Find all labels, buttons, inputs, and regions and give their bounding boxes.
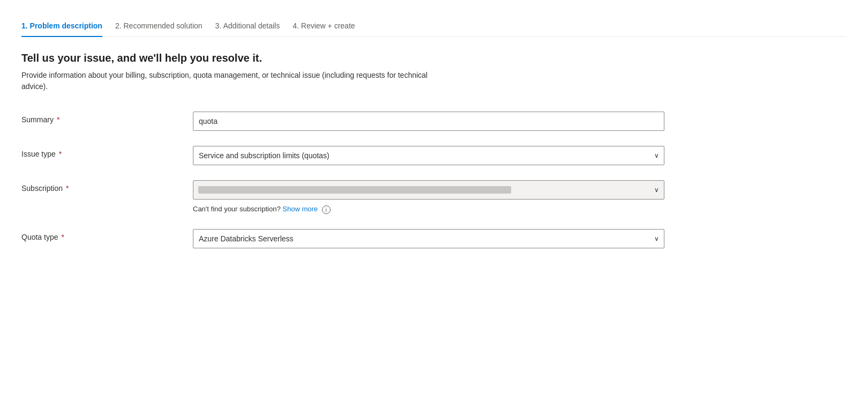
subscription-select-wrapper: ∨ — [193, 180, 664, 200]
summary-input[interactable] — [193, 112, 664, 131]
quota-type-select-wrapper: Azure Databricks Serverless ∨ — [193, 229, 664, 248]
wizard-step-review-create[interactable]: 4. Review + create — [293, 17, 368, 36]
wizard-step-additional-details[interactable]: 3. Additional details — [215, 17, 293, 36]
summary-label: Summary * — [21, 112, 193, 124]
wizard-step-recommended-solution[interactable]: 2. Recommended solution — [115, 17, 215, 36]
summary-row: Summary * — [21, 112, 664, 131]
issue-type-select[interactable]: Service and subscription limits (quotas)… — [193, 146, 664, 165]
wizard-step-problem-description[interactable]: 1. Problem description — [21, 17, 115, 36]
quota-type-row: Quota type * Azure Databricks Serverless… — [21, 229, 664, 248]
wizard-step-label: 3. Additional details — [215, 21, 280, 30]
issue-type-label: Issue type * — [21, 146, 193, 158]
subscription-required-indicator: * — [66, 184, 69, 193]
quota-type-select[interactable]: Azure Databricks Serverless — [193, 229, 664, 248]
subscription-select[interactable] — [193, 180, 664, 200]
cant-find-subscription-text: Can't find your subscription? Show more … — [193, 205, 664, 214]
summary-required-indicator: * — [57, 115, 59, 124]
quota-type-control-wrapper: Azure Databricks Serverless ∨ — [193, 229, 664, 248]
wizard-step-label: 4. Review + create — [293, 21, 355, 30]
page-title: Tell us your issue, and we'll help you r… — [21, 52, 847, 64]
wizard-nav: 1. Problem description 2. Recommended so… — [21, 17, 847, 37]
quota-type-required-indicator: * — [62, 233, 64, 241]
issue-type-select-wrapper: Service and subscription limits (quotas)… — [193, 146, 664, 165]
subscription-control-wrapper: ∨ Can't find your subscription? Show mor… — [193, 180, 664, 214]
summary-control-wrapper — [193, 112, 664, 131]
issue-type-required-indicator: * — [59, 150, 62, 158]
problem-description-form: Summary * Issue type * Service and subsc… — [21, 112, 664, 248]
quota-type-label: Quota type * — [21, 229, 193, 241]
wizard-step-label: 2. Recommended solution — [115, 21, 203, 30]
issue-type-control-wrapper: Service and subscription limits (quotas)… — [193, 146, 664, 165]
show-more-link[interactable]: Show more — [282, 205, 318, 213]
wizard-step-label: 1. Problem description — [21, 21, 102, 30]
issue-type-row: Issue type * Service and subscription li… — [21, 146, 664, 165]
subscription-info-icon[interactable]: i — [322, 205, 331, 214]
subscription-row: Subscription * ∨ Can't find your subscri… — [21, 180, 664, 214]
page-description: Provide information about your billing, … — [21, 70, 439, 92]
subscription-label: Subscription * — [21, 180, 193, 193]
